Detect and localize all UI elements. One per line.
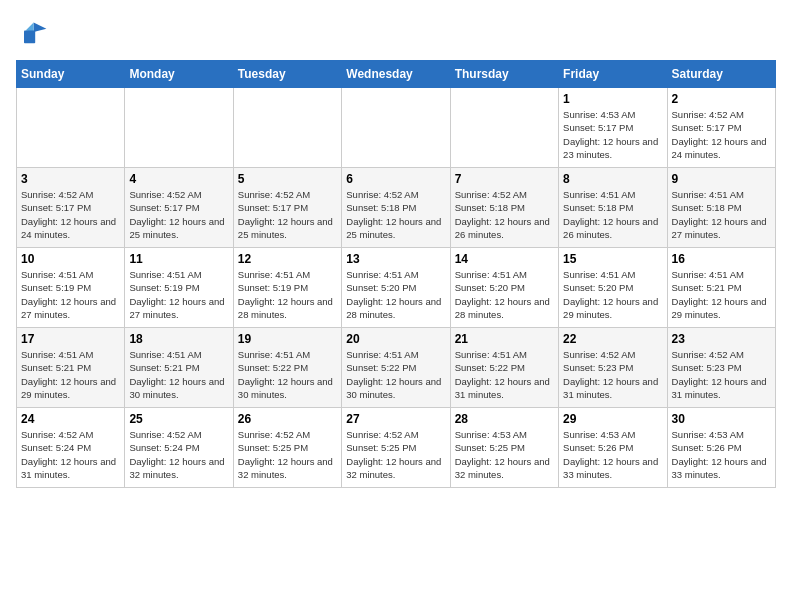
day-number: 28 xyxy=(455,412,554,426)
day-number: 8 xyxy=(563,172,662,186)
day-info: Sunrise: 4:52 AM Sunset: 5:24 PM Dayligh… xyxy=(129,428,228,481)
day-info: Sunrise: 4:53 AM Sunset: 5:17 PM Dayligh… xyxy=(563,108,662,161)
calendar-week-row: 1Sunrise: 4:53 AM Sunset: 5:17 PM Daylig… xyxy=(17,88,776,168)
weekday-header: Sunday xyxy=(17,61,125,88)
day-number: 20 xyxy=(346,332,445,346)
calendar-header: SundayMondayTuesdayWednesdayThursdayFrid… xyxy=(17,61,776,88)
day-number: 9 xyxy=(672,172,771,186)
logo xyxy=(16,16,52,48)
calendar-cell: 16Sunrise: 4:51 AM Sunset: 5:21 PM Dayli… xyxy=(667,248,775,328)
calendar-cell: 25Sunrise: 4:52 AM Sunset: 5:24 PM Dayli… xyxy=(125,408,233,488)
day-info: Sunrise: 4:52 AM Sunset: 5:25 PM Dayligh… xyxy=(346,428,445,481)
calendar-cell: 9Sunrise: 4:51 AM Sunset: 5:18 PM Daylig… xyxy=(667,168,775,248)
calendar-cell: 23Sunrise: 4:52 AM Sunset: 5:23 PM Dayli… xyxy=(667,328,775,408)
day-number: 27 xyxy=(346,412,445,426)
calendar-week-row: 10Sunrise: 4:51 AM Sunset: 5:19 PM Dayli… xyxy=(17,248,776,328)
weekday-header: Thursday xyxy=(450,61,558,88)
day-info: Sunrise: 4:53 AM Sunset: 5:26 PM Dayligh… xyxy=(672,428,771,481)
day-info: Sunrise: 4:53 AM Sunset: 5:25 PM Dayligh… xyxy=(455,428,554,481)
day-info: Sunrise: 4:52 AM Sunset: 5:17 PM Dayligh… xyxy=(21,188,120,241)
calendar-cell: 14Sunrise: 4:51 AM Sunset: 5:20 PM Dayli… xyxy=(450,248,558,328)
day-number: 10 xyxy=(21,252,120,266)
day-info: Sunrise: 4:52 AM Sunset: 5:23 PM Dayligh… xyxy=(672,348,771,401)
day-info: Sunrise: 4:53 AM Sunset: 5:26 PM Dayligh… xyxy=(563,428,662,481)
calendar-cell xyxy=(125,88,233,168)
calendar-cell: 3Sunrise: 4:52 AM Sunset: 5:17 PM Daylig… xyxy=(17,168,125,248)
calendar-cell xyxy=(450,88,558,168)
day-info: Sunrise: 4:52 AM Sunset: 5:17 PM Dayligh… xyxy=(672,108,771,161)
calendar-cell: 4Sunrise: 4:52 AM Sunset: 5:17 PM Daylig… xyxy=(125,168,233,248)
day-info: Sunrise: 4:51 AM Sunset: 5:20 PM Dayligh… xyxy=(346,268,445,321)
day-info: Sunrise: 4:51 AM Sunset: 5:21 PM Dayligh… xyxy=(129,348,228,401)
calendar-cell: 7Sunrise: 4:52 AM Sunset: 5:18 PM Daylig… xyxy=(450,168,558,248)
day-number: 7 xyxy=(455,172,554,186)
page-header xyxy=(16,16,776,48)
calendar-cell: 12Sunrise: 4:51 AM Sunset: 5:19 PM Dayli… xyxy=(233,248,341,328)
weekday-header: Saturday xyxy=(667,61,775,88)
day-number: 18 xyxy=(129,332,228,346)
day-info: Sunrise: 4:51 AM Sunset: 5:19 PM Dayligh… xyxy=(238,268,337,321)
day-info: Sunrise: 4:51 AM Sunset: 5:18 PM Dayligh… xyxy=(563,188,662,241)
day-number: 24 xyxy=(21,412,120,426)
day-number: 3 xyxy=(21,172,120,186)
day-number: 16 xyxy=(672,252,771,266)
calendar-cell: 29Sunrise: 4:53 AM Sunset: 5:26 PM Dayli… xyxy=(559,408,667,488)
day-info: Sunrise: 4:51 AM Sunset: 5:21 PM Dayligh… xyxy=(672,268,771,321)
calendar-cell: 22Sunrise: 4:52 AM Sunset: 5:23 PM Dayli… xyxy=(559,328,667,408)
weekday-header: Wednesday xyxy=(342,61,450,88)
calendar-cell: 6Sunrise: 4:52 AM Sunset: 5:18 PM Daylig… xyxy=(342,168,450,248)
day-info: Sunrise: 4:52 AM Sunset: 5:17 PM Dayligh… xyxy=(238,188,337,241)
day-info: Sunrise: 4:51 AM Sunset: 5:20 PM Dayligh… xyxy=(455,268,554,321)
day-info: Sunrise: 4:52 AM Sunset: 5:17 PM Dayligh… xyxy=(129,188,228,241)
calendar-cell: 21Sunrise: 4:51 AM Sunset: 5:22 PM Dayli… xyxy=(450,328,558,408)
calendar-week-row: 24Sunrise: 4:52 AM Sunset: 5:24 PM Dayli… xyxy=(17,408,776,488)
day-number: 30 xyxy=(672,412,771,426)
day-number: 22 xyxy=(563,332,662,346)
calendar-cell: 19Sunrise: 4:51 AM Sunset: 5:22 PM Dayli… xyxy=(233,328,341,408)
calendar-cell: 10Sunrise: 4:51 AM Sunset: 5:19 PM Dayli… xyxy=(17,248,125,328)
calendar-cell: 24Sunrise: 4:52 AM Sunset: 5:24 PM Dayli… xyxy=(17,408,125,488)
day-number: 26 xyxy=(238,412,337,426)
day-number: 21 xyxy=(455,332,554,346)
logo-icon xyxy=(16,16,48,48)
calendar-cell: 13Sunrise: 4:51 AM Sunset: 5:20 PM Dayli… xyxy=(342,248,450,328)
calendar-cell: 28Sunrise: 4:53 AM Sunset: 5:25 PM Dayli… xyxy=(450,408,558,488)
day-info: Sunrise: 4:52 AM Sunset: 5:18 PM Dayligh… xyxy=(455,188,554,241)
day-info: Sunrise: 4:51 AM Sunset: 5:19 PM Dayligh… xyxy=(129,268,228,321)
day-info: Sunrise: 4:52 AM Sunset: 5:25 PM Dayligh… xyxy=(238,428,337,481)
day-number: 23 xyxy=(672,332,771,346)
day-info: Sunrise: 4:51 AM Sunset: 5:18 PM Dayligh… xyxy=(672,188,771,241)
day-info: Sunrise: 4:51 AM Sunset: 5:21 PM Dayligh… xyxy=(21,348,120,401)
day-number: 6 xyxy=(346,172,445,186)
calendar-cell: 1Sunrise: 4:53 AM Sunset: 5:17 PM Daylig… xyxy=(559,88,667,168)
day-info: Sunrise: 4:51 AM Sunset: 5:19 PM Dayligh… xyxy=(21,268,120,321)
day-info: Sunrise: 4:51 AM Sunset: 5:22 PM Dayligh… xyxy=(238,348,337,401)
calendar-cell xyxy=(17,88,125,168)
day-number: 15 xyxy=(563,252,662,266)
day-number: 4 xyxy=(129,172,228,186)
day-info: Sunrise: 4:51 AM Sunset: 5:22 PM Dayligh… xyxy=(455,348,554,401)
calendar-cell: 18Sunrise: 4:51 AM Sunset: 5:21 PM Dayli… xyxy=(125,328,233,408)
calendar-cell: 30Sunrise: 4:53 AM Sunset: 5:26 PM Dayli… xyxy=(667,408,775,488)
day-info: Sunrise: 4:52 AM Sunset: 5:23 PM Dayligh… xyxy=(563,348,662,401)
calendar-cell xyxy=(233,88,341,168)
calendar-week-row: 3Sunrise: 4:52 AM Sunset: 5:17 PM Daylig… xyxy=(17,168,776,248)
day-info: Sunrise: 4:52 AM Sunset: 5:18 PM Dayligh… xyxy=(346,188,445,241)
calendar-cell: 17Sunrise: 4:51 AM Sunset: 5:21 PM Dayli… xyxy=(17,328,125,408)
day-number: 14 xyxy=(455,252,554,266)
day-info: Sunrise: 4:52 AM Sunset: 5:24 PM Dayligh… xyxy=(21,428,120,481)
calendar-cell: 27Sunrise: 4:52 AM Sunset: 5:25 PM Dayli… xyxy=(342,408,450,488)
calendar-week-row: 17Sunrise: 4:51 AM Sunset: 5:21 PM Dayli… xyxy=(17,328,776,408)
svg-rect-2 xyxy=(24,30,35,43)
calendar-cell: 8Sunrise: 4:51 AM Sunset: 5:18 PM Daylig… xyxy=(559,168,667,248)
day-number: 5 xyxy=(238,172,337,186)
calendar-cell: 20Sunrise: 4:51 AM Sunset: 5:22 PM Dayli… xyxy=(342,328,450,408)
weekday-header: Friday xyxy=(559,61,667,88)
day-number: 19 xyxy=(238,332,337,346)
day-info: Sunrise: 4:51 AM Sunset: 5:22 PM Dayligh… xyxy=(346,348,445,401)
calendar-cell xyxy=(342,88,450,168)
svg-marker-0 xyxy=(34,22,47,32)
calendar-cell: 15Sunrise: 4:51 AM Sunset: 5:20 PM Dayli… xyxy=(559,248,667,328)
day-number: 25 xyxy=(129,412,228,426)
day-number: 13 xyxy=(346,252,445,266)
